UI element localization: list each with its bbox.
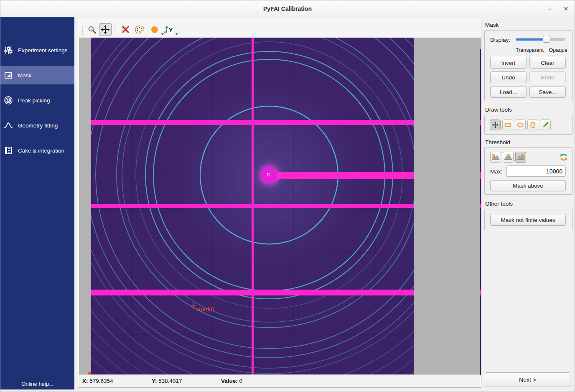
marker-cross-icon <box>190 305 196 306</box>
sidebar-item-label: Geometry fitting <box>18 122 58 129</box>
mask-transparency-slider[interactable] <box>516 36 565 43</box>
svg-text:Y: Y <box>169 27 173 33</box>
target-icon <box>4 96 13 105</box>
peak-curve-icon <box>4 121 13 130</box>
svg-text:0: 0 <box>164 31 166 34</box>
y-axis-orientation-button[interactable]: 0Y <box>163 23 175 36</box>
status-x-label: X: <box>82 378 88 384</box>
reset-zoom-button[interactable] <box>119 23 132 36</box>
title-bar: PyFAI Calibration – ✕ <box>0 0 575 17</box>
max-label: Max: <box>490 168 502 175</box>
invert-button[interactable]: Invert <box>490 57 527 69</box>
sidebar-item-label: Cake & integration <box>18 148 64 154</box>
marker-label: mark0 <box>197 305 214 313</box>
draw-tools-title: Draw tools <box>485 107 512 113</box>
beamstop-arm <box>274 172 414 179</box>
image-edge-strip <box>480 49 481 375</box>
slider-handle[interactable] <box>543 36 550 43</box>
slider-fill <box>516 38 547 41</box>
dropdown-caret-icon <box>176 33 178 35</box>
mask-above-threshold-button[interactable] <box>515 152 526 163</box>
sidebar-item-label: Experiment settings <box>18 47 68 53</box>
status-y-value: 538.4017 <box>158 378 182 384</box>
draw-tools-groupbox <box>484 115 572 135</box>
main-frame: 0Y mark0 <box>78 19 481 388</box>
max-threshold-input[interactable] <box>506 165 566 177</box>
orange-circle-icon <box>150 25 159 34</box>
other-tools-groupbox: Mask not finite values <box>484 209 572 230</box>
close-button[interactable]: ✕ <box>560 4 571 14</box>
mask-not-finite-button[interactable]: Mask not finite values <box>490 214 566 226</box>
colormap-button[interactable] <box>133 23 146 36</box>
status-value-label: Value: <box>221 378 238 384</box>
mask-panel: Mask Display: Transparent Opaque Invert … <box>481 17 575 389</box>
mask-image-icon <box>4 71 13 80</box>
pan-mode-button[interactable] <box>99 23 112 36</box>
mask-band-segment <box>480 120 481 125</box>
mask-groupbox: Display: Transparent Opaque Invert Clear… <box>484 30 572 101</box>
draw-rectangle-tool-button[interactable] <box>502 120 513 130</box>
refresh-threshold-button[interactable] <box>558 152 569 163</box>
document-lines-icon <box>4 146 13 155</box>
draw-polygon-tool-button[interactable] <box>527 120 538 130</box>
pan-arrows-icon <box>492 122 499 128</box>
magnifier-icon <box>87 25 97 34</box>
status-y-label: Y: <box>152 378 157 384</box>
toolbar-grip <box>114 25 116 35</box>
status-bar: X: 579.6354 Y: 538.4017 Value: 0 <box>79 374 480 387</box>
window-title: PyFAI Calibration <box>0 5 575 12</box>
save-button[interactable]: Save... <box>529 86 566 98</box>
status-x: X: 579.6354 <box>82 378 148 384</box>
palette-icon <box>134 25 145 35</box>
status-x-value: 579.6354 <box>89 378 113 384</box>
app-window: PyFAI Calibration – ✕ Experiment setting… <box>0 0 575 392</box>
beamstop-center-mark <box>267 173 270 176</box>
sidebar-item-cake-integration[interactable]: Cake & integration <box>0 141 74 160</box>
sidebar-item-label: Mask <box>18 72 31 79</box>
refresh-icon <box>560 153 568 161</box>
clear-button[interactable]: Clear <box>529 57 566 69</box>
undo-button[interactable]: Undo <box>490 71 527 83</box>
sliders-icon <box>4 46 13 55</box>
rectangle-tool-icon <box>504 122 511 128</box>
other-tools-title: Other tools <box>485 201 513 207</box>
mask-band-segment <box>480 204 481 208</box>
polygon-tool-icon <box>529 122 537 129</box>
unzoom-icon <box>120 25 130 35</box>
sidebar-item-peak-picking[interactable]: Peak picking <box>0 91 74 109</box>
minimize-button[interactable]: – <box>544 4 555 14</box>
plot-canvas[interactable]: mark0 <box>79 38 481 375</box>
mask-above-button[interactable]: Mask above <box>490 180 566 191</box>
mask-band-segment <box>480 172 481 179</box>
threshold-groupbox: Max: Mask above <box>484 147 572 195</box>
status-y: Y: 538.4017 <box>152 378 218 384</box>
mask-below-threshold-button[interactable] <box>490 152 501 163</box>
zoom-mode-button[interactable] <box>86 23 98 36</box>
mask-band-segment <box>480 290 481 295</box>
ellipse-tool-icon <box>516 122 524 128</box>
histogram-mask-left-icon <box>491 154 500 160</box>
next-button[interactable]: Next > <box>485 372 570 387</box>
load-button[interactable]: Load... <box>490 86 527 98</box>
online-help-link[interactable]: Online help... <box>0 381 74 387</box>
sidebar-item-experiment-settings[interactable]: Experiment settings <box>0 41 74 59</box>
histogram-mask-right-icon <box>516 154 525 160</box>
transparent-label: Transparent <box>516 47 544 53</box>
y-axis-icon: 0Y <box>164 25 174 34</box>
display-label: Display: <box>490 37 510 43</box>
draw-pencil-tool-button[interactable] <box>540 120 551 130</box>
status-value: Value: 0 <box>221 378 288 384</box>
draw-pan-tool-button[interactable] <box>490 120 501 130</box>
mask-tools-button[interactable] <box>148 23 161 36</box>
diffraction-image[interactable]: mark0 <box>91 38 414 375</box>
draw-ellipse-tool-button[interactable] <box>515 120 526 130</box>
opaque-label: Opaque <box>549 47 567 53</box>
mask-between-threshold-button[interactable] <box>503 152 514 163</box>
sidebar: Experiment settings Mask Peak picking Ge… <box>0 17 74 389</box>
mask-vertical-line <box>252 38 254 375</box>
threshold-title: Threshold <box>485 139 510 145</box>
sidebar-item-mask[interactable]: Mask <box>0 66 74 84</box>
plot-toolbar: 0Y <box>79 22 480 38</box>
sidebar-item-geometry-fitting[interactable]: Geometry fitting <box>0 116 74 135</box>
mask-section-title: Mask <box>485 22 499 28</box>
